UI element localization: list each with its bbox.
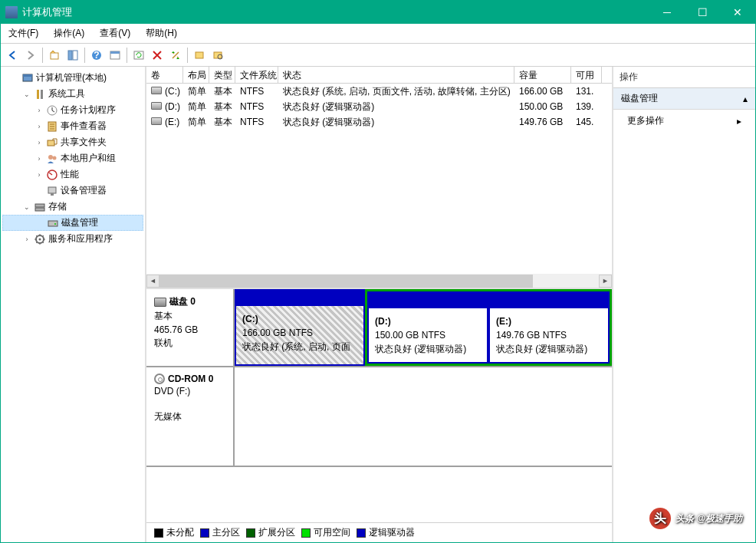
tree-item-mgr[interactable]: 计算机管理(本地) <box>2 70 143 86</box>
back-button[interactable] <box>4 47 21 64</box>
actions-sub-label: 磁盘管理 <box>621 92 658 105</box>
horizontal-scrollbar[interactable]: ◄ ► <box>146 274 612 288</box>
cdrom-title: CD-ROM 0 <box>168 374 213 384</box>
col-header[interactable]: 容量 <box>514 67 571 83</box>
list-button[interactable] <box>191 47 208 64</box>
volume-cell: (C:) <box>146 84 183 98</box>
volume-cell: 简单 <box>183 114 209 130</box>
refresh-button[interactable] <box>130 47 147 64</box>
tree-toggle-icon[interactable]: ⌄ <box>22 90 31 98</box>
disk-state: 联机 <box>154 337 225 350</box>
tree-toggle-icon[interactable]: ⌄ <box>22 203 31 211</box>
disk-icon <box>154 298 166 307</box>
tree-label: 事件查看器 <box>61 120 107 133</box>
cdrom-sub: DVD (F:) <box>154 386 225 397</box>
volume-row[interactable]: (D:)简单基本NTFS状态良好 (逻辑驱动器)150.00 GB139. <box>146 99 612 114</box>
svg-rect-22 <box>51 193 54 196</box>
tree-label: 性能 <box>61 168 79 181</box>
disk-icon <box>47 217 59 229</box>
partition-(E:)[interactable]: (E:)149.76 GB NTFS状态良好 (逻辑驱动器) <box>488 291 610 364</box>
scroll-track[interactable] <box>159 275 599 288</box>
scroll-left-button[interactable]: ◄ <box>146 275 159 288</box>
cdrom-info: CD-ROM 0 DVD (F:) 无媒体 <box>146 367 235 466</box>
partition-(D:)[interactable]: (D:)150.00 GB NTFS状态良好 (逻辑驱动器) <box>367 291 488 364</box>
volume-cell: 139. <box>571 100 602 114</box>
delete-button[interactable] <box>149 47 166 64</box>
volume-row[interactable]: (E:)简单基本NTFS状态良好 (逻辑驱动器)149.76 GB145. <box>146 114 612 130</box>
tree-label: 计算机管理(本地) <box>36 71 107 84</box>
tree-item-task[interactable]: ›任务计划程序 <box>2 102 143 118</box>
forward-button[interactable] <box>22 47 39 64</box>
maximize-button[interactable]: ☐ <box>685 1 720 24</box>
tree-item-perf[interactable]: ›性能 <box>2 166 143 183</box>
scroll-right-button[interactable]: ► <box>599 275 612 288</box>
menu-view[interactable]: 查看(V) <box>92 24 138 43</box>
svc-icon <box>34 233 46 245</box>
svg-rect-8 <box>196 52 203 58</box>
help-button[interactable]: ? <box>88 47 105 64</box>
menu-action[interactable]: 操作(A) <box>46 24 92 43</box>
disk-info: 磁盘 0 基本 465.76 GB 联机 <box>146 289 235 366</box>
cdrom-state: 无媒体 <box>154 410 225 423</box>
tree-item-dev[interactable]: 设备管理器 <box>2 183 143 199</box>
disk-graphic-panel: 磁盘 0 基本 465.76 GB 联机 (C:)166.00 GB NTFS状… <box>146 289 612 522</box>
volume-cell: 状态良好 (逻辑驱动器) <box>278 114 514 130</box>
svg-rect-23 <box>35 204 44 207</box>
tree-item-users[interactable]: ›本地用户和组 <box>2 150 143 166</box>
up-button[interactable] <box>46 47 63 64</box>
menu-file[interactable]: 文件(F) <box>1 24 46 43</box>
tree-toggle-icon[interactable]: › <box>35 107 44 114</box>
users-icon <box>46 153 58 165</box>
tree-label: 本地用户和组 <box>61 152 116 165</box>
svg-rect-13 <box>37 90 39 99</box>
svg-rect-14 <box>41 90 43 99</box>
col-header[interactable]: 卷 <box>146 67 183 83</box>
volume-cell: NTFS <box>235 115 278 129</box>
tree-toggle-icon[interactable]: › <box>35 139 44 146</box>
disk-row-0[interactable]: 磁盘 0 基本 465.76 GB 联机 (C:)166.00 GB NTFS状… <box>146 289 612 367</box>
tree-label: 设备管理器 <box>61 184 107 197</box>
tree-item-tools[interactable]: ⌄系统工具 <box>2 86 143 102</box>
more-actions[interactable]: 更多操作 ▸ <box>613 110 755 132</box>
partition-c[interactable]: (C:)166.00 GB NTFS状态良好 (系统, 启动, 页面 <box>235 289 365 366</box>
scroll-thumb[interactable] <box>159 275 533 288</box>
volume-cell: 基本 <box>209 84 235 100</box>
volume-body[interactable]: (C:)简单基本NTFS状态良好 (系统, 启动, 页面文件, 活动, 故障转储… <box>146 84 612 274</box>
volume-list: 卷布局类型文件系统状态容量可用 (C:)简单基本NTFS状态良好 (系统, 启动… <box>146 67 612 289</box>
navigation-tree[interactable]: 计算机管理(本地)⌄系统工具›任务计划程序›事件查看器›共享文件夹›本地用户和组… <box>1 67 146 542</box>
col-header[interactable]: 状态 <box>278 67 514 83</box>
collapse-icon: ▴ <box>743 94 748 104</box>
svg-point-18 <box>48 155 53 160</box>
tree-toggle-icon[interactable]: › <box>35 155 44 163</box>
volume-cell: 145. <box>571 115 602 129</box>
tree-item-share[interactable]: ›共享文件夹 <box>2 134 143 150</box>
col-header[interactable]: 布局 <box>183 67 209 83</box>
properties-button[interactable] <box>167 47 184 64</box>
tree-item-disk[interactable]: 磁盘管理 <box>2 215 143 231</box>
menu-help[interactable]: 帮助(H) <box>138 24 185 43</box>
partitions-container: (C:)166.00 GB NTFS状态良好 (系统, 启动, 页面(D:)15… <box>235 289 612 366</box>
col-header[interactable]: 类型 <box>209 67 235 83</box>
tree-toggle-icon[interactable]: › <box>22 235 31 243</box>
disk-size: 465.76 GB <box>154 324 225 335</box>
event-icon <box>46 120 58 133</box>
volume-cell: 简单 <box>183 84 209 100</box>
legend-item: 未分配 <box>154 526 194 539</box>
tree-item-event[interactable]: ›事件查看器 <box>2 118 143 134</box>
col-header[interactable]: 文件系统 <box>235 67 278 83</box>
tree-toggle-icon[interactable]: › <box>35 171 44 179</box>
tree-toggle-icon[interactable]: › <box>35 123 44 130</box>
actions-subheader[interactable]: 磁盘管理 ▴ <box>613 88 755 110</box>
cdrom-row[interactable]: CD-ROM 0 DVD (F:) 无媒体 <box>146 367 612 467</box>
close-button[interactable]: ✕ <box>720 1 755 24</box>
arrow-right-icon: ▸ <box>737 116 741 127</box>
col-header[interactable]: 可用 <box>571 67 602 83</box>
view-button[interactable] <box>107 47 123 64</box>
tree-item-svc[interactable]: ›服务和应用程序 <box>2 231 143 247</box>
minimize-button[interactable]: ─ <box>649 1 685 24</box>
detail-button[interactable] <box>209 47 226 64</box>
show-hide-button[interactable] <box>64 47 81 64</box>
volume-row[interactable]: (C:)简单基本NTFS状态良好 (系统, 启动, 页面文件, 活动, 故障转储… <box>146 84 612 99</box>
cd-icon <box>154 374 165 384</box>
tree-item-storage[interactable]: ⌄存储 <box>2 199 143 215</box>
